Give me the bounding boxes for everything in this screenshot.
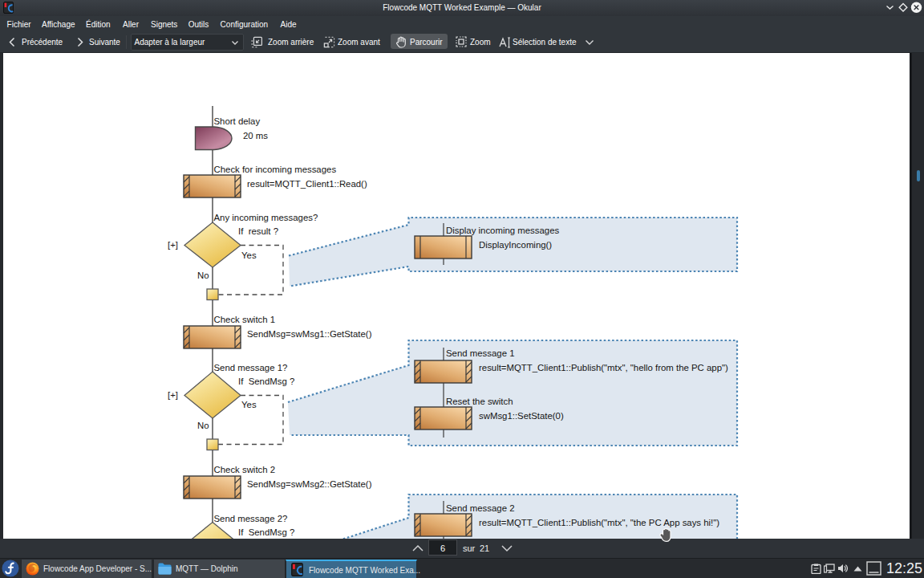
svg-text:DisplayIncoming(): DisplayIncoming()	[479, 240, 552, 250]
svg-text:result=MQTT_Client1::Read(): result=MQTT_Client1::Read()	[247, 179, 367, 189]
svg-text:Reset the switch: Reset the switch	[446, 397, 513, 406]
svg-text:No: No	[197, 421, 209, 430]
svg-text:Display incoming messages: Display incoming messages	[446, 226, 559, 235]
svg-text:Short delay: Short delay	[214, 116, 261, 126]
svg-text:Check for incoming messages: Check for incoming messages	[214, 165, 337, 174]
svg-text:SendMsg=swMsg1::GetState(): SendMsg=swMsg1::GetState()	[247, 329, 372, 339]
svg-text:If SendMsg ?: If SendMsg ?	[238, 377, 294, 386]
svg-text:Send message 2: Send message 2	[446, 503, 515, 513]
svg-text:SendMsg=swMsg2::GetState(): SendMsg=swMsg2::GetState()	[247, 479, 372, 489]
svg-text:[+]: [+]	[168, 390, 178, 400]
svg-text:result=MQTT_Client1::Publish(": result=MQTT_Client1::Publish("mtx", "hel…	[479, 363, 728, 372]
svg-text:No: No	[197, 271, 209, 280]
svg-text:Yes: Yes	[241, 400, 257, 409]
svg-text:Check switch 2: Check switch 2	[214, 465, 276, 474]
svg-text:Send message 1?: Send message 1?	[214, 363, 288, 372]
svg-text:Send message 2?: Send message 2?	[214, 514, 288, 523]
svg-text:Any incoming messages?: Any incoming messages?	[214, 213, 318, 222]
svg-text:If result ?: If result ?	[238, 226, 278, 236]
svg-text:swMsg1::SetState(0): swMsg1::SetState(0)	[479, 411, 564, 421]
svg-text:Yes: Yes	[241, 250, 257, 260]
svg-text:[+]: [+]	[168, 240, 178, 250]
svg-text:result=MQTT_Client1::Publish(": result=MQTT_Client1::Publish("mtx", "the…	[479, 518, 719, 527]
svg-text:20 ms: 20 ms	[243, 131, 268, 140]
svg-text:Check switch 1: Check switch 1	[214, 315, 276, 324]
svg-text:If SendMsg ?: If SendMsg ?	[238, 527, 294, 537]
svg-text:Send message 1: Send message 1	[446, 348, 515, 358]
